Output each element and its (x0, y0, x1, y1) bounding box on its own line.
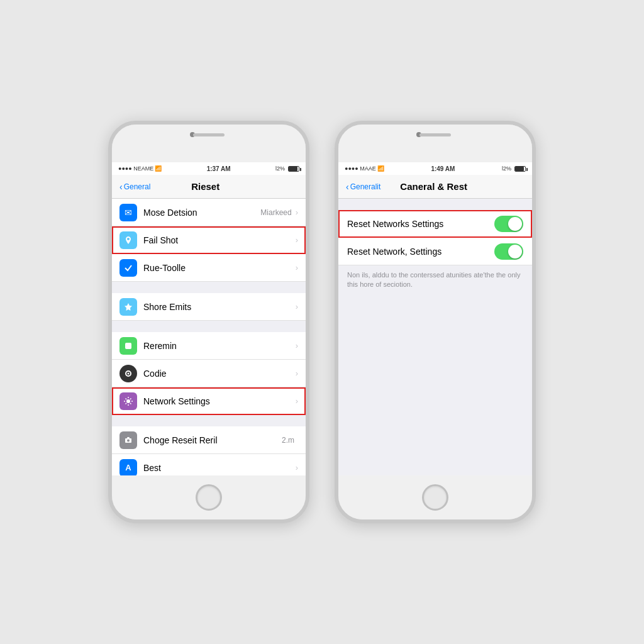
best-chevron: › (296, 463, 298, 472)
reset-networks-knob (508, 217, 522, 231)
battery-2 (514, 166, 526, 172)
back-label-2: Generalit (350, 182, 381, 191)
reset-network-toggle[interactable] (494, 243, 523, 260)
choge-icon (119, 431, 137, 449)
reremin-icon (119, 337, 137, 355)
battery-fill-1 (289, 167, 297, 171)
reset-networks-label: Reset Networks Settings (347, 219, 443, 229)
phone-bottom-2 (338, 475, 532, 519)
fail-shot-chevron: › (296, 235, 298, 245)
list-item-choge[interactable]: Choge Reseit Reril 2.m (112, 426, 306, 454)
svg-rect-6 (127, 437, 130, 438)
mose-icon: ✉ (119, 204, 137, 221)
phone-top-1 (112, 125, 306, 162)
section-4: Choge Reseit Reril 2.m A Best › V Pandan… (112, 426, 306, 475)
back-chevron-1: ‹ (119, 182, 123, 192)
shore-emits-chevron: › (296, 302, 298, 311)
phone-top-2 (338, 125, 532, 162)
wifi-icon-2: 📶 (377, 165, 384, 172)
nav-bar-1: ‹ General Rieset (112, 175, 306, 199)
svg-point-2 (128, 372, 130, 374)
reset-network-label: Reset Network, Settings (347, 247, 441, 257)
mose-label: Mose Detsion (143, 208, 260, 218)
best-icon: A (119, 459, 137, 476)
status-bar-2: ●●●● MAAE 📶 1:49 AM l2% (338, 162, 532, 175)
home-button-1[interactable] (196, 484, 222, 511)
network-settings-label: Network Settings (143, 396, 296, 406)
settings-row-reset-networks[interactable]: Reset Networks Settings (338, 210, 532, 238)
network-settings-chevron: › (296, 396, 298, 406)
time-2: 1:49 AM (431, 165, 455, 172)
section-3: Reremin › Codie › Network Settings › (112, 332, 306, 415)
screen-2: Reset Networks Settings Reset Network, S… (338, 199, 532, 475)
mose-chevron: › (296, 208, 298, 217)
list-item-fail-shot[interactable]: Fail Shot › (112, 226, 306, 254)
status-left-1: ●●●● NEAME 📶 (118, 165, 162, 172)
description-text: Non ils, alddu to the conterssed atuniti… (338, 265, 532, 295)
reremin-label: Reremin (143, 341, 296, 351)
home-button-2[interactable] (422, 484, 448, 511)
status-right-2: l2% (502, 165, 526, 172)
gap-1 (112, 282, 306, 293)
nav-title-1: Rieset (191, 181, 219, 192)
codie-label: Codie (143, 369, 296, 379)
status-left-2: ●●●● MAAE 📶 (345, 165, 384, 172)
signal-1: l2% (275, 165, 285, 172)
nav-bar-2: ‹ Generalit Caneral & Rest (338, 175, 532, 199)
phone-bottom-1 (112, 475, 306, 519)
speaker-1 (193, 133, 225, 136)
gap-top-2 (338, 199, 532, 210)
carrier-1: ●●●● NEAME (118, 165, 153, 172)
fail-shot-icon (119, 231, 137, 249)
reset-network-knob (508, 245, 522, 258)
list-item-codie[interactable]: Codie › (112, 360, 306, 387)
back-chevron-2: ‹ (346, 182, 349, 192)
status-right-1: l2% (275, 165, 299, 172)
speaker-2 (419, 133, 451, 136)
reset-networks-toggle[interactable] (494, 216, 523, 232)
phone-2: ●●●● MAAE 📶 1:49 AM l2% ‹ Generalit Cane… (335, 121, 536, 523)
gap-2 (112, 321, 306, 332)
back-button-2[interactable]: ‹ Generalit (346, 182, 380, 192)
fail-shot-label: Fail Shot (143, 235, 296, 245)
choge-label: Choge Reseit Reril (143, 435, 282, 445)
shore-emits-label: Shore Emits (143, 302, 296, 312)
svg-rect-0 (125, 343, 131, 349)
rue-toolle-icon (119, 259, 137, 277)
svg-point-3 (126, 399, 130, 403)
codie-icon (119, 365, 137, 382)
reremin-chevron: › (296, 341, 298, 350)
time-1: 1:37 AM (207, 165, 231, 172)
rue-toolle-chevron: › (296, 263, 298, 272)
screen-1: ✉ Mose Detsion Miarkeed › Fail Shot › Ru… (112, 199, 306, 475)
list-item-network-settings[interactable]: Network Settings › (112, 387, 306, 415)
wifi-icon-1: 📶 (155, 165, 162, 172)
phone-1: ●●●● NEAME 📶 1:37 AM l2% ‹ General Riese… (108, 121, 309, 523)
battery-fill-2 (515, 167, 524, 171)
best-label: Best (143, 463, 296, 473)
shore-emits-icon (119, 298, 137, 316)
svg-point-5 (127, 439, 130, 441)
settings-row-reset-network[interactable]: Reset Network, Settings (338, 238, 532, 265)
nav-title-2: Caneral & Rest (400, 181, 467, 192)
network-settings-icon (119, 392, 137, 410)
section-1: ✉ Mose Detsion Miarkeed › Fail Shot › Ru… (112, 199, 306, 282)
list-item-rue-toolle[interactable]: Rue-Toolle › (112, 254, 306, 282)
codie-chevron: › (296, 369, 298, 378)
carrier-2: ●●●● MAAE (345, 165, 376, 172)
rue-toolle-label: Rue-Toolle (143, 263, 296, 273)
back-button-1[interactable]: ‹ General (119, 182, 150, 192)
list-item-best[interactable]: A Best › (112, 454, 306, 475)
list-item-mose[interactable]: ✉ Mose Detsion Miarkeed › (112, 199, 306, 226)
mose-value: Miarkeed (260, 208, 291, 217)
signal-2: l2% (502, 165, 511, 172)
gap-3 (112, 415, 306, 426)
battery-1 (288, 166, 299, 172)
status-bar-1: ●●●● NEAME 📶 1:37 AM l2% (112, 162, 306, 175)
section-2: Shore Emits › (112, 293, 306, 321)
back-label-1: General (124, 182, 151, 191)
list-item-reremin[interactable]: Reremin › (112, 332, 306, 360)
list-item-shore-emits[interactable]: Shore Emits › (112, 293, 306, 321)
choge-value: 2.m (282, 436, 294, 445)
